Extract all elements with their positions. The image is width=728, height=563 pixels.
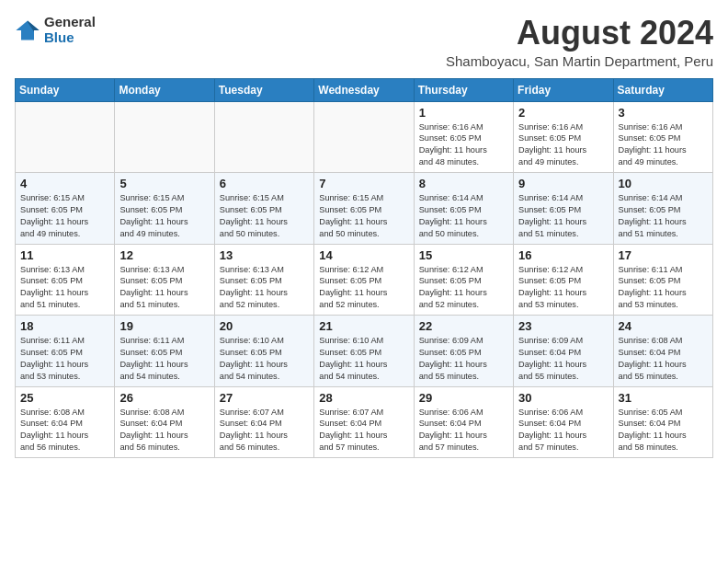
day-info: Sunrise: 6:09 AM Sunset: 6:04 PM Dayligh… — [518, 335, 608, 383]
day-info: Sunrise: 6:08 AM Sunset: 6:04 PM Dayligh… — [119, 407, 209, 454]
day-cell-4: 4Sunrise: 6:15 AM Sunset: 6:05 PM Daylig… — [16, 173, 115, 245]
day-info: Sunrise: 6:07 AM Sunset: 6:04 PM Dayligh… — [220, 407, 309, 454]
day-info: Sunrise: 6:12 AM Sunset: 6:05 PM Dayligh… — [518, 264, 608, 312]
empty-cell — [16, 101, 115, 173]
week-row-2: 4Sunrise: 6:15 AM Sunset: 6:05 PM Daylig… — [16, 173, 713, 245]
day-number: 12 — [119, 248, 209, 262]
day-cell-21: 21Sunrise: 6:10 AM Sunset: 6:05 PM Dayli… — [314, 316, 414, 387]
day-cell-19: 19Sunrise: 6:11 AM Sunset: 6:05 PM Dayli… — [115, 316, 214, 387]
day-number: 16 — [518, 248, 608, 262]
day-info: Sunrise: 6:13 AM Sunset: 6:05 PM Dayligh… — [20, 264, 109, 312]
empty-cell — [214, 101, 313, 173]
weekday-header-monday: Monday — [115, 78, 214, 101]
weekday-header-friday: Friday — [514, 78, 613, 101]
day-info: Sunrise: 6:14 AM Sunset: 6:05 PM Dayligh… — [518, 192, 608, 240]
day-cell-14: 14Sunrise: 6:12 AM Sunset: 6:05 PM Dayli… — [314, 244, 414, 316]
day-info: Sunrise: 6:06 AM Sunset: 6:04 PM Dayligh… — [419, 407, 508, 454]
title-block: August 2024 Shamboyacu, San Martin Depar… — [446, 15, 713, 69]
day-info: Sunrise: 6:16 AM Sunset: 6:05 PM Dayligh… — [419, 121, 508, 169]
day-cell-5: 5Sunrise: 6:15 AM Sunset: 6:05 PM Daylig… — [115, 173, 214, 245]
day-info: Sunrise: 6:13 AM Sunset: 6:05 PM Dayligh… — [220, 264, 309, 312]
day-cell-16: 16Sunrise: 6:12 AM Sunset: 6:05 PM Dayli… — [514, 244, 613, 316]
day-info: Sunrise: 6:12 AM Sunset: 6:05 PM Dayligh… — [419, 264, 508, 312]
day-info: Sunrise: 6:08 AM Sunset: 6:04 PM Dayligh… — [619, 335, 708, 383]
day-number: 10 — [619, 177, 708, 190]
week-row-1: 1Sunrise: 6:16 AM Sunset: 6:05 PM Daylig… — [16, 101, 713, 173]
day-number: 9 — [518, 177, 608, 190]
day-number: 7 — [319, 177, 408, 190]
day-number: 19 — [119, 319, 209, 333]
day-cell-8: 8Sunrise: 6:14 AM Sunset: 6:05 PM Daylig… — [414, 173, 513, 245]
day-number: 25 — [20, 391, 109, 405]
day-cell-9: 9Sunrise: 6:14 AM Sunset: 6:05 PM Daylig… — [514, 173, 613, 245]
day-number: 14 — [319, 248, 408, 262]
weekday-header-saturday: Saturday — [613, 78, 712, 101]
day-cell-30: 30Sunrise: 6:06 AM Sunset: 6:04 PM Dayli… — [514, 386, 613, 458]
weekday-header-row: SundayMondayTuesdayWednesdayThursdayFrid… — [16, 78, 713, 101]
day-info: Sunrise: 6:11 AM Sunset: 6:05 PM Dayligh… — [119, 335, 209, 383]
day-number: 1 — [419, 106, 508, 120]
day-info: Sunrise: 6:15 AM Sunset: 6:05 PM Dayligh… — [220, 192, 309, 240]
day-number: 18 — [20, 319, 109, 333]
day-number: 30 — [518, 391, 608, 405]
day-cell-15: 15Sunrise: 6:12 AM Sunset: 6:05 PM Dayli… — [414, 244, 513, 316]
day-number: 5 — [119, 177, 209, 190]
day-number: 11 — [20, 248, 109, 262]
day-cell-29: 29Sunrise: 6:06 AM Sunset: 6:04 PM Dayli… — [414, 386, 513, 458]
day-number: 29 — [419, 391, 508, 405]
day-cell-11: 11Sunrise: 6:13 AM Sunset: 6:05 PM Dayli… — [16, 244, 115, 316]
week-row-4: 18Sunrise: 6:11 AM Sunset: 6:05 PM Dayli… — [16, 316, 713, 387]
logo-icon — [15, 17, 40, 43]
day-info: Sunrise: 6:11 AM Sunset: 6:05 PM Dayligh… — [619, 264, 708, 312]
page-header: General Blue August 2024 Shamboyacu, San… — [15, 15, 713, 69]
day-cell-1: 1Sunrise: 6:16 AM Sunset: 6:05 PM Daylig… — [414, 101, 513, 173]
day-cell-28: 28Sunrise: 6:07 AM Sunset: 6:04 PM Dayli… — [314, 386, 414, 458]
calendar-table: SundayMondayTuesdayWednesdayThursdayFrid… — [15, 78, 713, 459]
location-subtitle: Shamboyacu, San Martin Department, Peru — [446, 53, 713, 69]
day-info: Sunrise: 6:10 AM Sunset: 6:05 PM Dayligh… — [220, 335, 309, 383]
empty-cell — [115, 101, 214, 173]
logo-text: General Blue — [44, 15, 96, 45]
day-number: 28 — [319, 391, 408, 405]
day-info: Sunrise: 6:16 AM Sunset: 6:05 PM Dayligh… — [518, 121, 608, 169]
day-number: 13 — [220, 248, 309, 262]
day-number: 27 — [220, 391, 309, 405]
day-info: Sunrise: 6:15 AM Sunset: 6:05 PM Dayligh… — [119, 192, 209, 240]
day-cell-20: 20Sunrise: 6:10 AM Sunset: 6:05 PM Dayli… — [214, 316, 313, 387]
day-info: Sunrise: 6:12 AM Sunset: 6:05 PM Dayligh… — [319, 264, 408, 312]
day-number: 23 — [518, 319, 608, 333]
day-cell-25: 25Sunrise: 6:08 AM Sunset: 6:04 PM Dayli… — [16, 386, 115, 458]
day-cell-26: 26Sunrise: 6:08 AM Sunset: 6:04 PM Dayli… — [115, 386, 214, 458]
day-cell-7: 7Sunrise: 6:15 AM Sunset: 6:05 PM Daylig… — [314, 173, 414, 245]
week-row-3: 11Sunrise: 6:13 AM Sunset: 6:05 PM Dayli… — [16, 244, 713, 316]
weekday-header-thursday: Thursday — [414, 78, 513, 101]
day-info: Sunrise: 6:13 AM Sunset: 6:05 PM Dayligh… — [119, 264, 209, 312]
day-cell-12: 12Sunrise: 6:13 AM Sunset: 6:05 PM Dayli… — [115, 244, 214, 316]
weekday-header-wednesday: Wednesday — [314, 78, 414, 101]
day-number: 8 — [419, 177, 508, 190]
day-info: Sunrise: 6:15 AM Sunset: 6:05 PM Dayligh… — [319, 192, 408, 240]
weekday-header-sunday: Sunday — [16, 78, 115, 101]
day-number: 22 — [419, 319, 508, 333]
day-number: 15 — [419, 248, 508, 262]
day-cell-18: 18Sunrise: 6:11 AM Sunset: 6:05 PM Dayli… — [16, 316, 115, 387]
day-number: 3 — [619, 106, 708, 120]
day-info: Sunrise: 6:08 AM Sunset: 6:04 PM Dayligh… — [20, 407, 109, 454]
day-cell-27: 27Sunrise: 6:07 AM Sunset: 6:04 PM Dayli… — [214, 386, 313, 458]
day-info: Sunrise: 6:16 AM Sunset: 6:05 PM Dayligh… — [619, 121, 708, 169]
day-number: 31 — [619, 391, 708, 405]
day-cell-22: 22Sunrise: 6:09 AM Sunset: 6:05 PM Dayli… — [414, 316, 513, 387]
day-cell-10: 10Sunrise: 6:14 AM Sunset: 6:05 PM Dayli… — [613, 173, 712, 245]
day-number: 20 — [220, 319, 309, 333]
logo-general-text: General — [44, 15, 96, 30]
day-info: Sunrise: 6:15 AM Sunset: 6:05 PM Dayligh… — [20, 192, 109, 240]
weekday-header-tuesday: Tuesday — [214, 78, 313, 101]
day-cell-23: 23Sunrise: 6:09 AM Sunset: 6:04 PM Dayli… — [514, 316, 613, 387]
day-cell-24: 24Sunrise: 6:08 AM Sunset: 6:04 PM Dayli… — [613, 316, 712, 387]
day-info: Sunrise: 6:05 AM Sunset: 6:04 PM Dayligh… — [619, 407, 708, 454]
day-number: 4 — [20, 177, 109, 190]
empty-cell — [314, 101, 414, 173]
day-info: Sunrise: 6:14 AM Sunset: 6:05 PM Dayligh… — [619, 192, 708, 240]
day-cell-31: 31Sunrise: 6:05 AM Sunset: 6:04 PM Dayli… — [613, 386, 712, 458]
day-number: 26 — [119, 391, 209, 405]
